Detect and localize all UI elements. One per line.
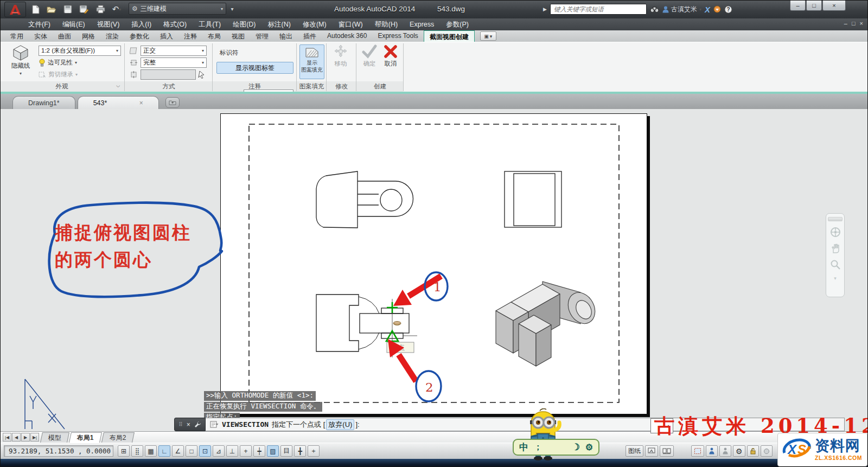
object-snap-3d-toggle[interactable]: ⊡ [199,445,211,457]
ime-punctuation-button[interactable]: ； [534,442,542,452]
coordinate-readout[interactable]: 93.2189, 51.1530 , 0.0000 [4,445,113,457]
ribbon-tab-express-tools[interactable]: Express Tools [372,30,423,42]
new-file-button[interactable] [29,3,42,15]
drag-grip-icon[interactable]: ⠿ [178,421,182,427]
menu-format[interactable]: 格式(O) [157,18,193,30]
new-drawing-tab-button[interactable] [165,97,180,108]
menu-modify[interactable]: 修改(M) [297,18,333,30]
ribbon-tab-output[interactable]: 输出 [274,30,298,42]
layout1-tab[interactable]: 布局1 [69,432,102,443]
command-option-undo[interactable]: 放弃(U) [326,419,354,430]
ribbon-tab-annotate[interactable]: 注释 [178,30,202,42]
ribbon-tab-view[interactable]: 视图 [226,30,250,42]
snap-mode-toggle[interactable]: ⊞ [118,445,130,457]
polar-tracking-toggle[interactable]: ∠ [172,445,184,457]
create-panel-label[interactable]: 创建 [357,82,403,91]
ribbon-tab-surface[interactable]: 曲面 [53,30,76,42]
show-hatch-button[interactable]: 显示 图案填充 [299,44,324,79]
ime-settings-gear-icon[interactable]: ⚙ [585,442,593,452]
app-menu-button[interactable] [4,2,26,17]
menu-window[interactable]: 窗口(W) [333,18,369,30]
ribbon-tab-autodesk360[interactable]: Autodesk 360 [322,30,372,42]
dynamic-ucs-toggle[interactable]: ⊥ [226,445,238,457]
signin-user[interactable]: 古滇艾米 ▾ [662,5,701,14]
exchange-apps-button[interactable]: X [705,5,710,14]
object-snap-tracking-toggle[interactable]: ⊿ [213,445,225,457]
toolbar-overflow-button[interactable]: ▾ [228,3,236,15]
recent-commands-icon[interactable] [210,421,219,428]
wrench-icon[interactable] [194,421,201,428]
prev-layout-button[interactable]: ◀ [12,433,21,442]
command-close-icon[interactable]: × [187,421,190,428]
view-scale-dropdown[interactable]: 1:2 (来自父视图(F)) ▾ [39,46,121,56]
clean-screen-button[interactable] [761,445,773,457]
hidden-lines-button[interactable]: 隐藏线 ▾ [5,44,36,79]
restore-button[interactable]: □ [806,1,822,11]
menu-edit[interactable]: 编辑(E) [56,18,91,30]
steering-wheel-icon[interactable] [830,227,841,238]
grid-snap-toggle[interactable]: ⣿ [131,445,143,457]
quick-properties-toggle[interactable]: 目 [280,445,292,457]
navbar-handle[interactable] [828,217,843,221]
ribbon-tab-home[interactable]: 常用 [5,30,29,42]
pan-hand-icon[interactable] [830,243,841,254]
depth-dropdown[interactable]: 完整 ▾ [141,57,207,68]
toolbar-lock-button[interactable] [747,445,759,457]
panel-launcher-icon[interactable]: ⌵ [116,83,120,89]
ribbon-tab-render[interactable]: 渲染 [100,30,124,42]
selection-preview-button[interactable] [691,445,704,457]
dynamic-input-toggle[interactable]: + [240,445,252,457]
menu-dimension[interactable]: 标注(N) [262,18,297,30]
file-tab-543[interactable]: 543* × [78,96,159,109]
annotation-autoscale-button[interactable] [719,445,731,457]
zoom-icon[interactable] [830,259,841,270]
plot-button[interactable] [94,3,107,15]
navbar-more-icon[interactable]: ▾ [834,276,837,281]
menu-tools[interactable]: 工具(T) [193,18,227,30]
show-view-label-button[interactable]: 显示视图标签 [216,62,293,74]
help-button[interactable]: ? [724,5,732,14]
close-button[interactable]: × [822,1,846,11]
menu-express[interactable]: Express [404,18,440,30]
ribbon-minimize-button[interactable]: ▣▾ [480,31,496,41]
modify-panel-label[interactable]: 修改 [327,82,356,91]
doc-minimize-button[interactable]: – [844,20,847,27]
grid-display-toggle[interactable]: ▦ [145,445,157,457]
last-layout-button[interactable]: ▶| [30,433,39,442]
menu-view[interactable]: 视图(V) [91,18,126,30]
communication-center-button[interactable] [713,5,721,13]
quick-view-drawings-button[interactable] [660,445,674,457]
annotation-monitor-toggle[interactable]: ＋ [308,445,320,457]
ortho-dropdown[interactable]: 正交 ▾ [141,46,207,56]
first-layout-button[interactable]: |◀ [3,433,11,442]
menu-insert[interactable]: 插入(I) [125,18,157,30]
workspace-switching-button[interactable]: ⚙ [733,445,745,457]
model-tab[interactable]: 模型 [40,432,69,443]
workspace-dropdown[interactable]: ⚙ 三维建模 ▾ [129,3,226,15]
ribbon-tab-parametric[interactable]: 参数化 [124,30,155,42]
ribbon-tab-solid[interactable]: 实体 [29,30,53,42]
paper-model-button[interactable]: 图纸 [626,445,643,457]
file-tab-close-icon[interactable]: × [139,99,143,107]
search-go-button[interactable] [650,6,659,13]
ribbon-tab-layout[interactable]: 布局 [202,30,226,42]
search-input[interactable] [550,4,647,15]
appearance-panel-label[interactable]: 外观 ⌵ [1,82,123,91]
annotation-visibility-button[interactable] [706,445,718,457]
method-panel-label[interactable]: 方式 [125,82,212,91]
file-tab-drawing1[interactable]: Drawing1* [12,96,75,109]
drawing-canvas[interactable]: 中点 1 2 [1,109,868,431]
menu-parametric[interactable]: 参数(P) [440,18,475,30]
selection-cycling-toggle[interactable]: ╋ [294,445,306,457]
undo-dropdown-icon[interactable]: ▾ [119,7,121,12]
quick-view-layouts-button[interactable] [645,445,658,457]
transparency-toggle[interactable]: ▨ [267,445,279,457]
command-bar-handle[interactable]: ⠿ × [174,418,206,431]
ribbon-tab-insert[interactable]: 插入 [155,30,178,42]
next-layout-button[interactable]: ▶ [21,433,30,442]
annotation-panel-label[interactable]: 注释 [213,82,296,91]
minimize-button[interactable]: – [790,1,806,11]
ribbon-tab-mesh[interactable]: 网格 [76,30,100,42]
save-button[interactable] [61,3,74,15]
navigation-bar[interactable]: ▾ [826,213,845,297]
